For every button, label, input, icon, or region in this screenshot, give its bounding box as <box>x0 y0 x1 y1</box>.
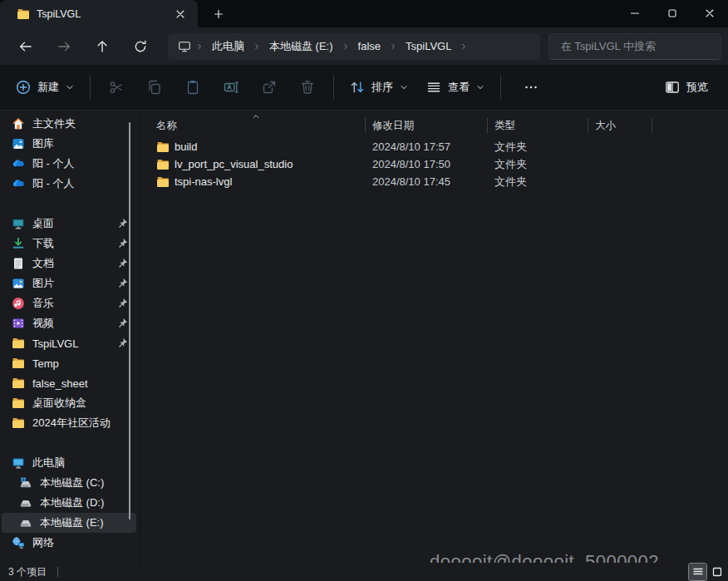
search-box[interactable]: 在 TspiLVGL 中搜索 <box>548 33 721 60</box>
sidebar-item[interactable]: 主文件夹 <box>2 114 136 134</box>
folder-icon <box>12 377 25 390</box>
sidebar-item[interactable]: 本地磁盘 (C:) <box>2 473 136 493</box>
sidebar-item[interactable]: 视频 <box>2 313 136 333</box>
maximize-button[interactable] <box>653 0 691 27</box>
rename-button[interactable] <box>213 72 249 102</box>
paste-button[interactable] <box>175 72 211 102</box>
chevron-down-icon <box>65 82 75 92</box>
plus-circle-icon <box>15 79 32 96</box>
preview-button-label: 预览 <box>686 80 708 95</box>
network-icon <box>12 536 25 549</box>
tab-bar: TspiLVGL <box>0 0 728 27</box>
breadcrumb-item[interactable]: false <box>352 37 386 55</box>
sidebar-item[interactable]: 桌面收纳盒 <box>2 393 136 413</box>
file-row[interactable]: lv_port_pc_visual_studio2024/8/10 17:50文… <box>140 155 728 173</box>
sort-button-label: 排序 <box>371 80 393 95</box>
pin-icon <box>116 277 129 290</box>
sidebar-scrollbar[interactable] <box>129 122 130 519</box>
new-button-label: 新建 <box>37 80 59 95</box>
preview-button[interactable]: 预览 <box>656 72 716 102</box>
chevron-right-icon[interactable] <box>195 42 204 51</box>
column-header-modified[interactable]: 修改日期 <box>366 116 488 135</box>
more-options-button[interactable] <box>513 72 549 102</box>
new-tab-button[interactable] <box>208 3 229 25</box>
file-explorer-window: TspiLVGL 此电脑本地磁盘 (E:)falseTspiLVGL 在 Tsp… <box>0 0 728 581</box>
sidebar-item-label: 本地磁盘 (C:) <box>40 475 104 490</box>
this-pc-icon <box>12 456 25 470</box>
file-name: build <box>175 140 197 153</box>
sidebar-item[interactable]: 阳 - 个人 <box>2 154 136 174</box>
tab-close-button[interactable] <box>171 5 189 23</box>
file-cell: 2024/8/10 17:57 <box>366 140 488 153</box>
sidebar-item[interactable]: Temp <box>2 353 136 373</box>
pin-icon <box>116 337 129 350</box>
drive-icon <box>19 496 32 510</box>
gallery-icon <box>12 137 25 150</box>
sidebar-item-label: 桌面收纳盒 <box>32 396 86 411</box>
breadcrumb-item[interactable]: TspiLVGL <box>400 37 457 55</box>
column-header-type[interactable]: 类型 <box>488 116 588 135</box>
close-window-button[interactable] <box>691 0 728 27</box>
breadcrumb-item[interactable]: 此电脑 <box>206 37 250 57</box>
sidebar-item[interactable]: 图库 <box>2 134 136 154</box>
sidebar-item[interactable]: 阳 - 个人 <box>2 174 136 194</box>
folder-icon <box>156 158 170 171</box>
sidebar-item[interactable]: 桌面 <box>2 214 136 234</box>
column-header-size[interactable]: 大小 <box>588 116 652 135</box>
forward-icon <box>57 39 71 54</box>
window-controls <box>616 0 728 27</box>
close-icon <box>174 7 187 21</box>
forward-button[interactable] <box>50 32 78 61</box>
folder-icon <box>12 396 25 410</box>
view-button[interactable]: 查看 <box>417 72 494 102</box>
chevron-right-icon[interactable] <box>389 42 397 51</box>
file-row[interactable]: build2024/8/10 17:57文件夹 <box>140 138 728 155</box>
column-headers: 名称 修改日期 类型 大小 <box>140 116 728 135</box>
tab-tspilvgl[interactable]: TspiLVGL <box>0 0 198 27</box>
breadcrumb-item[interactable]: 本地磁盘 (E:) <box>263 37 339 57</box>
maximize-icon <box>666 7 679 20</box>
chevron-right-icon[interactable] <box>342 42 350 51</box>
sidebar-item[interactable]: 此电脑 <box>2 453 136 473</box>
icons-view-button[interactable] <box>708 564 726 580</box>
sidebar-item[interactable]: 音乐 <box>2 293 136 313</box>
refresh-button[interactable] <box>126 32 155 61</box>
sidebar-item[interactable]: 本地磁盘 (D:) <box>2 493 136 513</box>
sidebar-item[interactable]: false_sheet <box>2 373 136 393</box>
share-button[interactable] <box>251 72 288 102</box>
chevron-down-icon <box>399 82 409 92</box>
system-drive-icon <box>19 476 32 490</box>
delete-button[interactable] <box>289 72 326 102</box>
back-button[interactable] <box>12 32 40 61</box>
copy-button[interactable] <box>136 72 173 102</box>
sidebar-item[interactable]: 本地磁盘 (E:) <box>2 513 136 533</box>
sidebar-group-home: 主文件夹图库阳 - 个人阳 - 个人 <box>0 114 140 194</box>
details-view-button[interactable] <box>689 564 706 580</box>
cut-button[interactable] <box>98 72 135 102</box>
sidebar-item[interactable]: 文档 <box>2 254 136 273</box>
sort-button[interactable]: 排序 <box>341 72 417 102</box>
icons-view-icon <box>711 565 724 579</box>
pin-icon <box>116 217 129 230</box>
sidebar-item[interactable]: TspiLVGL <box>2 333 136 353</box>
search-placeholder: 在 TspiLVGL 中搜索 <box>561 39 656 54</box>
preview-panel-icon <box>664 79 681 96</box>
music-icon <box>12 297 25 310</box>
chevron-right-icon[interactable] <box>253 42 261 51</box>
sidebar-item[interactable]: 图片 <box>2 273 136 293</box>
column-header-name[interactable]: 名称 <box>140 116 366 135</box>
sidebar-item[interactable]: 网络 <box>2 533 136 553</box>
home-icon <box>12 117 25 130</box>
folder-icon <box>12 337 25 350</box>
folder-icon <box>12 416 25 430</box>
details-view-icon <box>691 565 705 579</box>
sidebar-item[interactable]: 下载 <box>2 234 136 254</box>
sidebar-item[interactable]: 2024年社区活动 <box>2 413 136 433</box>
chevron-right-icon[interactable] <box>460 42 468 51</box>
file-row[interactable]: tspi-nas-lvgl2024/8/10 17:45文件夹 <box>140 173 728 190</box>
computer-icon[interactable] <box>178 40 191 53</box>
up-button[interactable] <box>88 32 116 61</box>
new-button[interactable]: 新建 <box>7 72 83 102</box>
minimize-button[interactable] <box>616 0 653 27</box>
downloads-icon <box>12 237 25 250</box>
